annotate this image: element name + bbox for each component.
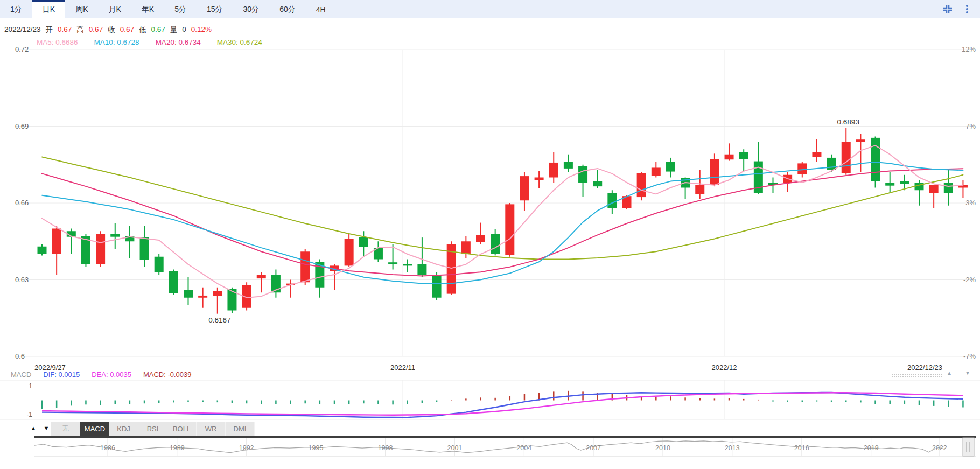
navigator-year-label: 2022 xyxy=(932,444,947,452)
period-tab-bar: 1分日K周K月K年K5分15分30分60分4H xyxy=(0,0,980,18)
ma-line-MA30 xyxy=(42,157,963,260)
ohlc-fields: 开0.67高0.67收0.67低0.67量0 xyxy=(46,25,186,35)
candle-body xyxy=(491,234,500,254)
candle-body xyxy=(710,159,719,185)
candle-body xyxy=(637,173,646,197)
candle-body xyxy=(476,235,485,242)
svg-text:0.66: 0.66 xyxy=(15,199,29,207)
kebab-menu-icon[interactable] xyxy=(962,4,972,15)
candle-body xyxy=(593,181,602,186)
candle-body xyxy=(885,183,894,186)
ohlc-label: 量 xyxy=(170,25,178,35)
candle-body xyxy=(812,152,821,157)
ma-readout: MA10: 0.6728 xyxy=(94,38,139,46)
navigator-plot[interactable]: 1986198919921995199820012004200720102013… xyxy=(0,436,980,459)
tab-年K[interactable]: 年K xyxy=(131,0,164,18)
candle-body xyxy=(300,251,310,282)
collapse-icon[interactable] xyxy=(942,4,953,15)
tab-日K[interactable]: 日K xyxy=(32,0,65,18)
candle-body xyxy=(52,229,61,255)
candle-body xyxy=(169,271,178,293)
grid-lines xyxy=(15,50,976,356)
navigator-top-border xyxy=(34,436,976,438)
candle-body xyxy=(184,290,193,298)
ma-values-bar: MA5: 0.6686MA10: 0.6728MA20: 0.6734MA30:… xyxy=(37,38,262,46)
svg-text:7%: 7% xyxy=(965,122,976,130)
macd-plot[interactable] xyxy=(0,379,980,421)
collapse-pane-up-icon[interactable]: ▲ xyxy=(947,370,952,376)
navigator-year-label: 2016 xyxy=(794,444,809,452)
candle-body xyxy=(695,185,704,194)
candlestick-plot[interactable]: 0.7212%0.697%0.663%0.63-2%0.6-7%2022/9/2… xyxy=(0,18,980,370)
navigator-year-label: 1998 xyxy=(378,444,393,452)
tab-1分[interactable]: 1分 xyxy=(0,0,32,18)
indicator-tab-MACD[interactable]: MACD xyxy=(80,422,109,436)
svg-text:-2%: -2% xyxy=(963,276,976,284)
tab-月K[interactable]: 月K xyxy=(98,0,131,18)
navigator-year-label: 2007 xyxy=(586,444,601,452)
change-percent: 0.12% xyxy=(191,25,212,35)
navigator-year-label: 2004 xyxy=(516,444,531,452)
ohlc-value: 0.67 xyxy=(151,25,165,35)
indicator-tab-WR[interactable]: WR xyxy=(197,422,226,436)
indicator-tab-DMI[interactable]: DMI xyxy=(226,422,255,436)
ohlc-value: 0.67 xyxy=(120,25,134,35)
ohlc-value: 0 xyxy=(182,25,186,35)
tab-5分[interactable]: 5分 xyxy=(164,0,197,18)
ma-line-MA10 xyxy=(42,162,963,284)
indicator-up-button[interactable]: ▲ xyxy=(28,422,39,434)
dif-line xyxy=(42,393,963,417)
candle-body xyxy=(856,139,865,142)
ohlc-label: 高 xyxy=(76,25,84,35)
candle-body xyxy=(929,185,939,193)
candle-body xyxy=(607,193,617,208)
candle-body xyxy=(549,163,558,178)
candle-body xyxy=(257,275,266,278)
ma-lines xyxy=(42,145,963,298)
candle-body xyxy=(520,176,529,200)
candle-body xyxy=(359,237,368,247)
candlestick-chart-panel[interactable]: 2022/12/23 开0.67高0.67收0.67低0.67量0 0.12% … xyxy=(0,18,980,370)
ohlc-label: 收 xyxy=(108,25,115,35)
tab-30分[interactable]: 30分 xyxy=(233,0,270,18)
candle-body xyxy=(725,155,734,160)
timeline-navigator[interactable]: 1986198919921995199820012004200720102013… xyxy=(0,436,980,459)
indicator-down-button[interactable]: ▼ xyxy=(41,422,52,434)
navigator-year-label: 2001 xyxy=(447,444,462,452)
ohlc-label: 开 xyxy=(46,25,53,35)
ohlc-value: 0.67 xyxy=(89,25,103,35)
navigator-year-label: 2013 xyxy=(725,444,740,452)
macd-pane[interactable]: MACD DIF: 0.0015 DEA: 0.0035 MACD: -0.00… xyxy=(0,370,980,421)
pane-resize-dots[interactable] xyxy=(891,374,943,377)
candle-body xyxy=(388,262,397,264)
tab-周K[interactable]: 周K xyxy=(65,0,98,18)
collapse-pane-down-icon[interactable]: ▼ xyxy=(965,370,970,376)
tab-60分[interactable]: 60分 xyxy=(269,0,306,18)
candle-body xyxy=(155,257,164,272)
candle-body xyxy=(797,163,807,174)
indicator-tab-BOLL[interactable]: BOLL xyxy=(167,422,197,436)
indicator-tab-KDJ[interactable]: KDJ xyxy=(109,422,138,436)
info-date: 2022/12/23 xyxy=(4,25,41,35)
navigator-year-label: 2010 xyxy=(655,444,670,452)
price-annotation: 0.6167 xyxy=(208,316,230,324)
candle-body xyxy=(578,166,587,183)
tab-4H[interactable]: 4H xyxy=(306,0,336,18)
price-annotation: 0.6893 xyxy=(837,118,859,126)
ma-readout: MA20: 0.6734 xyxy=(156,38,201,46)
tab-15分[interactable]: 15分 xyxy=(197,0,233,18)
svg-text:3%: 3% xyxy=(965,199,976,207)
candle-body xyxy=(198,296,207,298)
candle-body xyxy=(461,241,471,254)
indicator-tab-RSI[interactable]: RSI xyxy=(138,422,167,436)
indicator-tab-无[interactable]: 无 xyxy=(51,422,80,436)
candle-body xyxy=(871,138,880,181)
svg-text:2022/9/27: 2022/9/27 xyxy=(34,363,66,370)
candle-body xyxy=(403,264,412,265)
candle-body xyxy=(345,239,354,266)
dea-line xyxy=(42,393,963,415)
header-icons xyxy=(942,0,980,18)
svg-text:0.69: 0.69 xyxy=(15,122,29,130)
navigator-handle[interactable] xyxy=(963,438,974,456)
candle-body xyxy=(900,181,909,184)
